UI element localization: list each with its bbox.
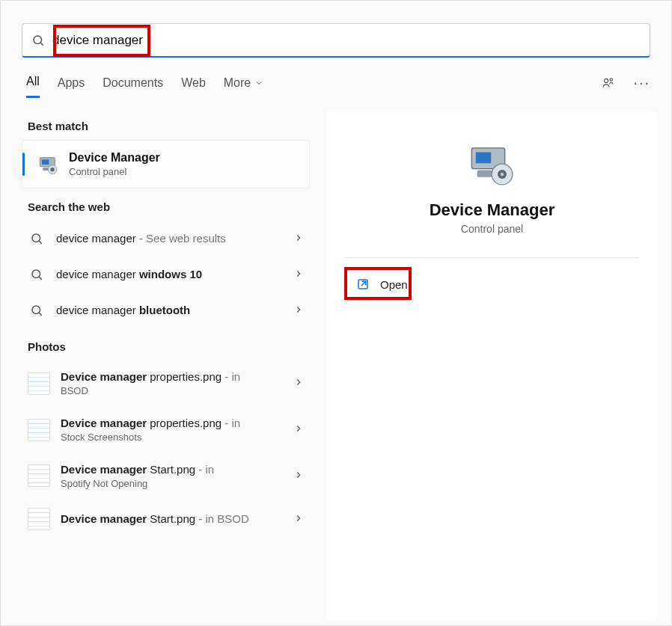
best-match-title: Device Manager — [69, 151, 160, 165]
detail-title: Device Manager — [349, 200, 635, 220]
search-icon — [28, 301, 46, 319]
best-match-subtitle: Control panel — [69, 166, 160, 177]
chevron-right-icon — [293, 513, 304, 526]
tab-more-label: More — [224, 76, 251, 90]
svg-point-9 — [32, 234, 40, 242]
web-result[interactable]: device manager windows 10 — [22, 257, 310, 292]
svg-point-0 — [34, 36, 42, 44]
photo-result[interactable]: Device manager properties.png - inBSOD — [22, 360, 310, 407]
chevron-right-icon — [293, 470, 304, 482]
photo-result[interactable]: Device manager Start.png - inSpotify Not… — [22, 453, 310, 500]
search-window: All Apps Documents Web More ··· Best mat… — [0, 0, 672, 626]
svg-point-11 — [32, 270, 40, 278]
more-options-icon[interactable]: ··· — [633, 74, 650, 99]
photo-result-label: Device manager Start.png - in BSOD — [61, 512, 287, 527]
search-web-header: Search the web — [22, 188, 310, 221]
tab-apps[interactable]: Apps — [58, 76, 85, 97]
open-label: Open — [380, 278, 408, 291]
chevron-right-icon — [293, 377, 304, 390]
tab-all[interactable]: All — [26, 75, 40, 98]
photo-result-label: Device manager Start.png - inSpotify Not… — [61, 462, 287, 491]
chevron-down-icon — [254, 79, 263, 88]
svg-line-14 — [39, 313, 41, 315]
svg-rect-5 — [42, 159, 49, 165]
chevron-right-icon — [293, 304, 304, 317]
chevron-right-icon — [293, 268, 304, 281]
open-row: Open — [349, 271, 635, 297]
svg-point-3 — [610, 78, 612, 80]
svg-line-22 — [361, 281, 366, 286]
photos-header: Photos — [22, 328, 310, 360]
account-icon[interactable] — [602, 76, 615, 97]
svg-point-13 — [32, 306, 40, 314]
search-icon — [28, 230, 46, 248]
search-icon — [31, 34, 45, 47]
device-manager-icon — [36, 153, 60, 177]
best-match-result[interactable]: Device Manager Control panel — [22, 140, 310, 188]
web-result-label: device manager windows 10 — [56, 267, 287, 282]
web-result-label: device manager bluetooth — [56, 303, 287, 318]
image-thumb-icon — [28, 464, 50, 487]
details-pane: Device Manager Control panel Open — [326, 112, 658, 620]
svg-line-1 — [40, 43, 43, 45]
svg-point-2 — [605, 79, 608, 82]
svg-rect-16 — [475, 153, 490, 164]
web-result-label: device manager - See web results — [56, 231, 287, 246]
results-column: Best match Device Manager Control panel — [22, 108, 317, 620]
device-manager-large-icon — [465, 142, 520, 190]
search-icon — [28, 266, 46, 283]
svg-line-12 — [39, 277, 41, 279]
chevron-right-icon — [293, 423, 304, 436]
open-external-icon — [356, 277, 370, 291]
best-match-header: Best match — [22, 108, 310, 140]
search-bar-container — [1, 1, 671, 64]
open-button[interactable]: Open — [349, 271, 415, 297]
tab-documents[interactable]: Documents — [103, 76, 163, 97]
best-match-text: Device Manager Control panel — [69, 151, 160, 177]
svg-point-8 — [50, 168, 54, 171]
svg-point-20 — [500, 173, 504, 177]
image-thumb-icon — [28, 419, 50, 441]
photo-result-label: Device manager properties.png - inStock … — [61, 416, 287, 444]
image-thumb-icon — [28, 508, 50, 530]
tab-more[interactable]: More — [224, 76, 263, 97]
photo-result[interactable]: Device manager Start.png - in BSOD — [22, 499, 310, 539]
search-box[interactable] — [22, 23, 650, 58]
search-input[interactable] — [52, 33, 641, 48]
filter-tabs: All Apps Documents Web More ··· — [1, 64, 671, 99]
image-thumb-icon — [28, 372, 50, 395]
tab-web[interactable]: Web — [181, 76, 206, 97]
detail-subtitle: Control panel — [349, 223, 635, 235]
photo-result-label: Device manager properties.png - inBSOD — [61, 369, 287, 398]
photo-result[interactable]: Device manager properties.png - inStock … — [22, 407, 310, 453]
divider — [344, 257, 640, 258]
web-result[interactable]: device manager - See web results — [22, 221, 310, 257]
svg-line-10 — [39, 241, 41, 243]
chevron-right-icon — [293, 233, 304, 245]
web-result[interactable]: device manager bluetooth — [22, 292, 310, 328]
content-area: Best match Device Manager Control panel — [1, 108, 671, 620]
